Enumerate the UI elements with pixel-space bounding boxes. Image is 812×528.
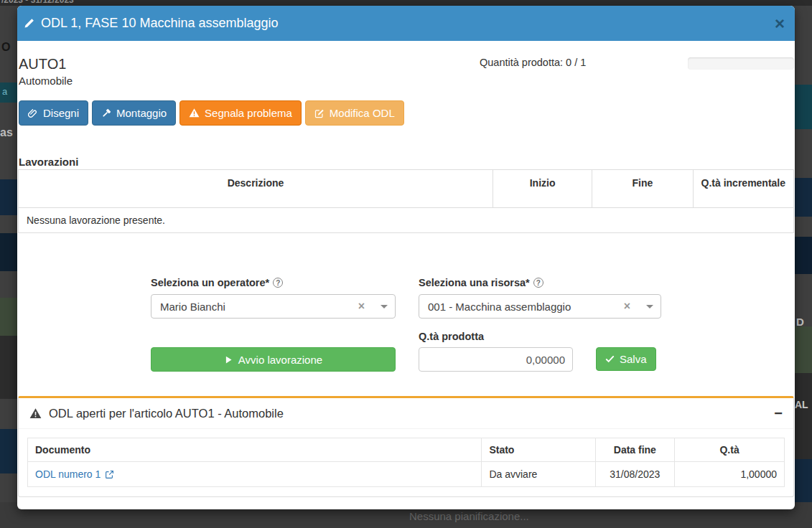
progress-bar xyxy=(688,57,794,70)
background-date-range: /2023 - 31/12/2023 xyxy=(1,0,74,5)
salva-button[interactable]: Salva xyxy=(596,347,656,371)
clear-selection-icon[interactable]: × xyxy=(358,300,365,313)
odl-document-link[interactable]: ODL numero 1 xyxy=(35,468,114,480)
odl-status-cell: Da avviare xyxy=(482,462,595,487)
qty-produced-label: Q.tà prodotta xyxy=(419,331,484,342)
lavorazioni-empty-row: Nessuna lavorazione presente. xyxy=(19,208,794,233)
lavorazioni-col-qta-incrementale: Q.tà incrementale xyxy=(693,170,793,208)
clear-selection-icon[interactable]: × xyxy=(624,300,630,313)
open-odl-panel-title: ODL aperti per l'articolo AUTO1 - Automo… xyxy=(49,407,284,420)
background-date-range-bar: /2023 - 31/12/2023 xyxy=(0,0,812,6)
lavorazioni-empty-message: Nessuna lavorazione presente. xyxy=(19,208,794,233)
odl-col-qta: Q.tà xyxy=(675,438,785,462)
table-row: ODL numero 1 Da avviare 31/08/2023 1,000… xyxy=(28,462,785,487)
play-icon xyxy=(224,355,233,364)
background-band xyxy=(795,85,812,129)
external-link-icon xyxy=(105,470,114,479)
segnala-problema-button[interactable]: Segnala problema xyxy=(179,100,302,126)
background-band xyxy=(0,336,17,399)
odl-document-label: ODL numero 1 xyxy=(35,468,101,480)
modal-title: ODL 1, FASE 10 Macchina assemblaggio xyxy=(24,16,279,31)
lavorazioni-col-inizio: Inizio xyxy=(493,170,592,208)
odl-phase-modal: ODL 1, FASE 10 Macchina assemblaggio × A… xyxy=(17,6,795,509)
resource-selected-value: 001 - Macchina assemblaggio xyxy=(428,301,624,313)
disegni-label: Disegni xyxy=(43,107,79,119)
pencil-icon xyxy=(24,18,34,29)
background-band xyxy=(0,298,17,336)
montaggio-label: Montaggio xyxy=(116,107,167,119)
modifica-odl-label: Modifica ODL xyxy=(330,107,395,119)
warning-icon xyxy=(189,108,200,118)
background-fragment: AL xyxy=(795,399,808,410)
quantity-produced-label: Quantità prodotta: 0 / 1 xyxy=(480,57,586,68)
montaggio-button[interactable]: Montaggio xyxy=(92,100,176,126)
background-band xyxy=(795,237,812,274)
help-icon[interactable]: ? xyxy=(533,278,543,288)
background-right-strip: D AL xyxy=(795,6,812,502)
operator-label-text: Seleziona un operatore* xyxy=(151,277,269,288)
background-band xyxy=(0,179,17,215)
qty-produced-input[interactable] xyxy=(419,347,573,372)
action-button-row: Disegni Montaggio Segnala problema Modif… xyxy=(19,100,404,126)
article-info: AUTO1 Automobile xyxy=(19,56,73,87)
modal-title-text: ODL 1, FASE 10 Macchina assemblaggio xyxy=(41,16,279,31)
open-odl-panel-body: Documento Stato Data fine Q.tà ODL numer… xyxy=(19,429,793,496)
background-no-planning-text: Nessuna pianificazione... xyxy=(409,510,529,522)
odl-col-data-fine: Data fine xyxy=(595,438,675,462)
paperclip-icon xyxy=(28,108,38,118)
background-band xyxy=(795,326,812,373)
check-icon xyxy=(605,354,615,364)
chevron-down-icon xyxy=(381,305,388,308)
odl-col-stato: Stato xyxy=(482,438,595,462)
background-band xyxy=(0,429,17,473)
lavorazioni-col-fine: Fine xyxy=(592,170,693,208)
avvio-lavorazione-label: Avvio lavorazione xyxy=(238,354,322,366)
segnala-problema-label: Segnala problema xyxy=(205,107,292,119)
resource-select[interactable]: 001 - Macchina assemblaggio × xyxy=(419,294,661,319)
chevron-down-icon xyxy=(646,305,653,308)
modal-header: ODL 1, FASE 10 Macchina assemblaggio × xyxy=(17,6,795,41)
lavorazioni-col-descrizione: Descrizione xyxy=(19,170,493,208)
salva-label: Salva xyxy=(620,353,647,365)
modifica-odl-button[interactable]: Modifica ODL xyxy=(305,100,404,126)
gavel-icon xyxy=(101,108,111,118)
start-work-form: Seleziona un operatore* ? Mario Bianchi … xyxy=(17,277,795,385)
edit-icon xyxy=(314,108,325,118)
background-band xyxy=(795,178,812,217)
lavorazioni-table: Descrizione Inizio Fine Q.tà incremental… xyxy=(18,169,794,233)
open-odl-panel: ODL aperti per l'articolo AUTO1 - Automo… xyxy=(18,396,794,497)
odl-qty-cell: 1,00000 xyxy=(675,462,785,487)
background-fragment: as xyxy=(0,126,13,139)
odl-end-date-cell: 31/08/2023 xyxy=(595,462,675,487)
background-band xyxy=(795,459,812,502)
help-icon[interactable]: ? xyxy=(273,278,283,288)
odl-col-documento: Documento xyxy=(28,438,482,462)
operator-label: Seleziona un operatore* ? xyxy=(151,277,283,288)
article-description: Automobile xyxy=(19,75,73,87)
open-odl-table: Documento Stato Data fine Q.tà ODL numer… xyxy=(27,438,785,487)
lavorazioni-title: Lavorazioni xyxy=(19,156,78,168)
warning-icon xyxy=(29,407,42,420)
background-left-strip: O a as xyxy=(0,6,17,502)
open-odl-panel-header: ODL aperti per l'articolo AUTO1 - Automo… xyxy=(19,398,793,429)
avvio-lavorazione-button[interactable]: Avvio lavorazione xyxy=(151,347,396,372)
operator-selected-value: Mario Bianchi xyxy=(160,301,358,313)
background-band xyxy=(0,233,17,271)
collapse-icon[interactable]: − xyxy=(774,406,783,420)
resource-label: Seleziona una risorsa* ? xyxy=(419,277,543,288)
operator-select[interactable]: Mario Bianchi × xyxy=(151,294,396,319)
resource-label-text: Seleziona una risorsa* xyxy=(419,277,530,288)
article-code: AUTO1 xyxy=(19,56,73,72)
background-fragment: a xyxy=(2,86,7,97)
disegni-button[interactable]: Disegni xyxy=(19,100,88,126)
background-band xyxy=(795,373,812,466)
background-fragment: O xyxy=(1,41,10,54)
close-icon[interactable]: × xyxy=(775,15,785,32)
